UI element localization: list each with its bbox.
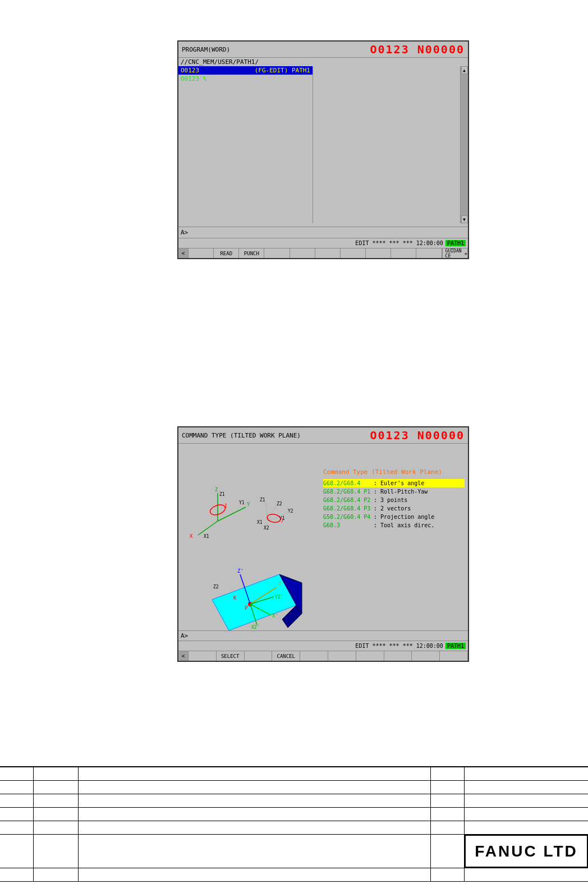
svg-text:X: X: [190, 533, 193, 539]
bottom-panel-content: Z Z1 Y Y1 X X1 I Z1 Z2 Y2: [178, 444, 468, 612]
doc-cell-3-2: [34, 794, 79, 807]
svg-text:Y2: Y2: [288, 509, 293, 514]
prog-file-info: (FG-EDIT) PATH1: [255, 67, 310, 74]
softkey-blank-3[interactable]: [290, 248, 315, 258]
top-panel-footer: A>: [178, 227, 468, 238]
prog-empty-area: [178, 83, 313, 206]
softkey-blank-4[interactable]: [315, 248, 341, 258]
svg-text:Z1: Z1: [219, 492, 225, 497]
bottom-panel-softkeys: < SELECT CANCEL: [178, 651, 468, 661]
svg-text:Y2': Y2': [275, 595, 283, 600]
prog-content-line: O0123 %: [178, 75, 313, 83]
doc-cell-2-3: [79, 781, 431, 794]
program-area: O0123 (FG-EDIT) PATH1 O0123 % ▲ ▼: [178, 66, 468, 223]
status-time: 12:00:00: [416, 240, 443, 246]
doc-cell-6-4: [431, 835, 465, 868]
softkey-punch[interactable]: PUNCH: [239, 248, 264, 258]
doc-cell-7-5: [465, 868, 588, 881]
info-code-3: G68.2/G68.4 P2: [323, 496, 374, 504]
doc-cell-1-1: [0, 767, 34, 780]
doc-row-3: [0, 794, 588, 808]
softkey-blank-7[interactable]: [391, 248, 416, 258]
bottom-softkey-blank-1[interactable]: [189, 651, 217, 661]
bottom-softkey-blank-5[interactable]: [356, 651, 384, 661]
doc-cell-5-1: [0, 821, 34, 834]
softkey-blank-6[interactable]: [366, 248, 391, 258]
info-desc-6: : Tool axis direc.: [374, 521, 434, 530]
scroll-up-arrow[interactable]: ▲: [461, 66, 468, 74]
bottom-softkey-blank-4[interactable]: [328, 651, 356, 661]
svg-text:X2': X2': [251, 625, 259, 630]
doc-cell-3-3: [79, 794, 431, 807]
softkey-guidance[interactable]: GUIDANCE: [442, 248, 465, 258]
doc-cell-6-1: [0, 835, 34, 868]
doc-cell-7-1: [0, 868, 34, 881]
softkey-blank-1[interactable]: [189, 248, 214, 258]
doc-cell-5-4: [431, 821, 465, 834]
info-desc-5: : Projection angle: [374, 513, 434, 521]
right-scrollbar[interactable]: ▲ ▼: [460, 66, 468, 223]
doc-cell-1-2: [34, 767, 79, 780]
svg-text:Y1: Y1: [239, 500, 245, 505]
info-code-5: G50.2/G60.4 P4: [323, 513, 374, 521]
doc-cell-4-2: [34, 808, 79, 821]
top-panel-status: EDIT **** *** *** 12:00:00 PATH1: [178, 238, 468, 248]
info-desc-1: : Euler's angle: [374, 479, 424, 487]
svg-text:I: I: [224, 504, 227, 509]
bottom-panel: COMMAND TYPE (TILTED WORK PLANE) O0123 N…: [177, 426, 469, 662]
doc-cell-2-2: [34, 781, 79, 794]
doc-cell-3-4: [431, 794, 465, 807]
doc-table: FANUC LTD: [0, 766, 588, 884]
doc-cell-5-5: [465, 821, 588, 834]
softkey-left-arrow[interactable]: <: [178, 248, 189, 258]
softkey-read[interactable]: READ: [214, 248, 239, 258]
path-line: //CNC_MEM/USER/PATH1/: [178, 58, 468, 66]
bottom-softkey-cancel[interactable]: CANCEL: [272, 651, 300, 661]
svg-text:Z1: Z1: [260, 498, 265, 503]
doc-cell-4-5: [465, 808, 588, 821]
info-item-5: G50.2/G60.4 P4 : Projection angle: [323, 513, 465, 521]
svg-text:K: K: [233, 595, 237, 601]
status-path: PATH1: [445, 240, 466, 246]
doc-cell-2-5: [465, 781, 588, 794]
top-panel-softkeys: < READ PUNCH GUIDANCE +: [178, 248, 468, 258]
prog-file-name: O0123: [181, 67, 199, 74]
bottom-panel-title: COMMAND TYPE (TILTED WORK PLANE): [182, 432, 301, 439]
bottom-softkey-blank-7[interactable]: [412, 651, 440, 661]
svg-text:Z': Z': [237, 568, 244, 574]
bottom-softkey-select[interactable]: SELECT: [217, 651, 245, 661]
top-panel-code: O0123 N00000: [370, 43, 465, 56]
svg-text:Z2: Z2: [277, 501, 282, 507]
info-desc-2: : Roll-Pitch-Yaw: [374, 487, 428, 496]
bottom-softkey-left-arrow[interactable]: <: [178, 651, 189, 661]
doc-cell-2-1: [0, 781, 34, 794]
doc-cell-4-4: [431, 808, 465, 821]
doc-cell-1-4: [431, 767, 465, 780]
bottom-softkey-blank-3[interactable]: [300, 651, 328, 661]
scroll-down-arrow[interactable]: ▼: [461, 215, 468, 223]
bottom-panel-header: COMMAND TYPE (TILTED WORK PLANE) O0123 N…: [178, 427, 468, 444]
softkey-blank-5[interactable]: [341, 248, 366, 258]
info-desc-3: : 3 points: [374, 496, 407, 504]
info-item-6: G68.3 : Tool axis direc.: [323, 521, 465, 530]
doc-cell-5-3: [79, 821, 431, 834]
svg-text:X1: X1: [204, 534, 209, 539]
info-code-6: G68.3: [323, 521, 374, 530]
top-panel-title: PROGRAM(WORD): [182, 46, 230, 53]
info-item-4: G68.2/G68.4 P3 : 2 vectors: [323, 504, 465, 513]
bottom-softkey-blank-8[interactable]: [440, 651, 468, 661]
softkey-blank-8[interactable]: [416, 248, 442, 258]
bottom-softkey-blank-6[interactable]: [384, 651, 412, 661]
bottom-softkey-blank-2[interactable]: [245, 651, 273, 661]
doc-row-7: [0, 868, 588, 882]
doc-cell-5-2: [34, 821, 79, 834]
svg-text:Z2: Z2: [213, 584, 219, 590]
info-item-1: G68.2/G68.4 : Euler's angle: [323, 479, 465, 487]
svg-text:X1: X1: [257, 520, 263, 525]
softkey-right-arrow[interactable]: +: [465, 248, 468, 258]
softkey-blank-2[interactable]: [264, 248, 290, 258]
doc-cell-2-4: [431, 781, 465, 794]
top-panel: PROGRAM(WORD) O0123 N00000 //CNC_MEM/USE…: [177, 40, 469, 259]
top-panel-header: PROGRAM(WORD) O0123 N00000: [178, 42, 468, 58]
program-left-pane: O0123 (FG-EDIT) PATH1 O0123 %: [178, 66, 313, 223]
